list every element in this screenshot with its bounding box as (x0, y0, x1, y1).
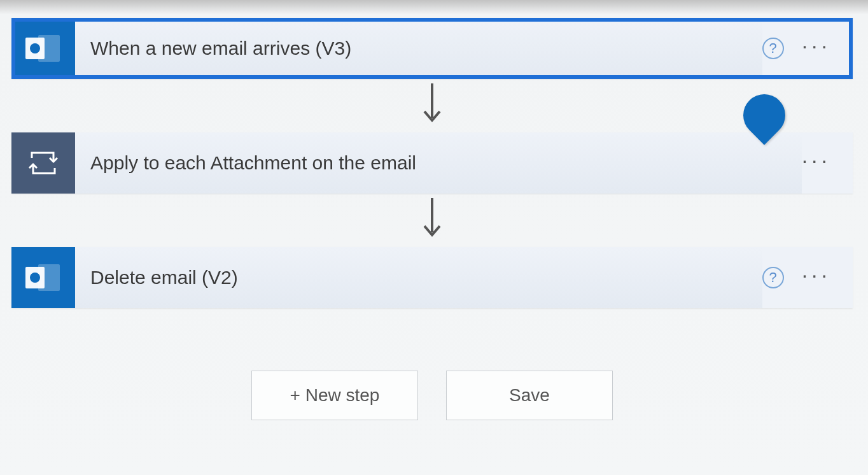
step-title: Apply to each Attachment on the email (75, 132, 802, 194)
flow-step-apply-each[interactable]: Apply to each Attachment on the email ··… (11, 132, 853, 194)
loop-icon (11, 132, 75, 194)
new-step-button[interactable]: + New step (251, 371, 418, 420)
more-button[interactable]: ··· (802, 34, 831, 62)
flow-canvas: When a new email arrives (V3) ? ··· Appl… (0, 0, 868, 420)
svg-point-7 (30, 273, 40, 283)
outlook-icon (11, 18, 75, 79)
help-button[interactable]: ? (762, 267, 784, 288)
more-button[interactable]: ··· (802, 264, 831, 292)
step-actions: ? ··· (762, 247, 853, 308)
svg-point-2 (30, 43, 40, 53)
help-icon: ? (769, 40, 777, 57)
save-button[interactable]: Save (446, 371, 613, 420)
help-button[interactable]: ? (762, 38, 784, 59)
more-icon: ··· (802, 33, 831, 57)
step-actions: ··· (802, 132, 853, 194)
more-button[interactable]: ··· (802, 149, 831, 177)
connector-arrow (11, 79, 853, 132)
step-actions: ? ··· (762, 18, 853, 79)
more-icon: ··· (802, 262, 831, 287)
more-icon: ··· (802, 148, 831, 172)
flow-step-delete-email[interactable]: Delete email (V2) ? ··· (11, 247, 853, 308)
connector-arrow (11, 194, 853, 247)
help-icon: ? (769, 269, 777, 286)
step-title: Delete email (V2) (75, 247, 762, 308)
flow-step-trigger[interactable]: When a new email arrives (V3) ? ··· (11, 18, 853, 79)
outlook-icon (11, 247, 75, 308)
step-title: When a new email arrives (V3) (75, 18, 762, 79)
footer-actions: + New step Save (11, 371, 853, 420)
